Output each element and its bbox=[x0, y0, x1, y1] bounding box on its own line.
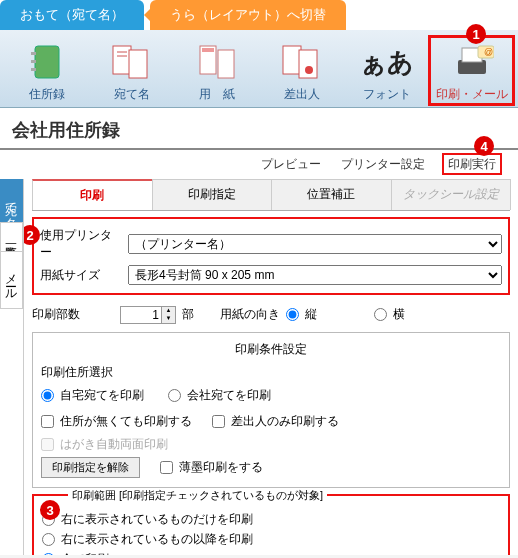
toolbar: 住所録 宛て名 用 紙 差出人 ぁあ フォント 1 @ 印刷・メール bbox=[0, 30, 518, 108]
svg-text:@: @ bbox=[484, 47, 493, 57]
duplex-check bbox=[41, 438, 54, 451]
toolbar-label: 住所録 bbox=[4, 86, 89, 103]
toolbar-label: 差出人 bbox=[259, 86, 344, 103]
addressbook-icon bbox=[4, 38, 89, 86]
papersize-label: 用紙サイズ bbox=[40, 267, 122, 284]
range-rightonly-label: 右に表示されているものだけを印刷 bbox=[61, 511, 253, 528]
toolbar-label: 用 紙 bbox=[174, 86, 259, 103]
svg-rect-9 bbox=[218, 50, 234, 78]
noaddr-label: 住所が無くても印刷する bbox=[60, 413, 192, 430]
copies-label: 印刷部数 bbox=[32, 306, 114, 323]
toolbar-paper[interactable]: 用 紙 bbox=[174, 36, 259, 105]
clear-spec-button[interactable]: 印刷指定を解除 bbox=[41, 457, 140, 478]
company-label: 会社宛てを印刷 bbox=[187, 387, 271, 404]
side-tab-list[interactable]: 一覧表 bbox=[0, 222, 23, 252]
range-all-label: 全て印刷 bbox=[61, 551, 109, 555]
home-radio[interactable] bbox=[41, 389, 54, 402]
senderonly-label: 差出人のみ印刷する bbox=[231, 413, 339, 430]
noaddr-check[interactable] bbox=[41, 415, 54, 428]
toolbar-label: 宛て名 bbox=[89, 86, 174, 103]
range-rightafter-radio[interactable] bbox=[42, 533, 55, 546]
svg-rect-11 bbox=[283, 46, 301, 74]
duplex-label: はがき自動両面印刷 bbox=[60, 436, 168, 453]
addr-sel-label: 印刷住所選択 bbox=[41, 364, 501, 381]
copies-spinner[interactable]: ▲▼ bbox=[120, 306, 176, 324]
cond-title: 印刷条件設定 bbox=[41, 341, 501, 358]
printer-select[interactable]: （プリンター名） bbox=[128, 234, 502, 254]
orient-landscape-radio[interactable] bbox=[374, 308, 387, 321]
toolbar-label: 印刷・メール bbox=[429, 86, 514, 103]
addressee-icon bbox=[89, 38, 174, 86]
svg-point-13 bbox=[305, 66, 313, 74]
orient-portrait-label: 縦 bbox=[305, 306, 317, 323]
svg-rect-3 bbox=[31, 68, 36, 71]
range-all-radio[interactable] bbox=[42, 553, 55, 555]
printer-settings-link[interactable]: プリンター設定 bbox=[341, 157, 425, 171]
toolbar-font[interactable]: ぁあ フォント bbox=[344, 36, 429, 105]
inner-tab-pos[interactable]: 位置補正 bbox=[271, 179, 392, 210]
sender-icon bbox=[259, 38, 344, 86]
spin-down-icon[interactable]: ▼ bbox=[161, 315, 175, 323]
printer-label: 使用プリンター bbox=[40, 227, 122, 261]
papersize-select[interactable]: 長形4号封筒 90 x 205 mm bbox=[128, 265, 502, 285]
toolbar-addressbook[interactable]: 住所録 bbox=[4, 36, 89, 105]
orient-label: 用紙の向き bbox=[220, 306, 280, 323]
range-rightafter-label: 右に表示されているもの以降を印刷 bbox=[61, 531, 253, 548]
inner-tab-tack[interactable]: タックシール設定 bbox=[391, 179, 512, 210]
side-tab-addressee[interactable]: 宛て名 bbox=[0, 179, 23, 223]
svg-rect-10 bbox=[202, 48, 214, 52]
svg-rect-2 bbox=[31, 60, 36, 63]
copies-input[interactable] bbox=[121, 307, 161, 323]
page-title: 会社用住所録 bbox=[0, 108, 518, 150]
print-range-group: 3 印刷範囲 [印刷指定チェックされているものが対象] 右に表示されているものだ… bbox=[32, 494, 510, 555]
svg-rect-0 bbox=[35, 46, 59, 78]
orient-portrait-radio[interactable] bbox=[286, 308, 299, 321]
toolbar-sender[interactable]: 差出人 bbox=[259, 36, 344, 105]
side-tab-mail[interactable]: メール bbox=[0, 251, 23, 309]
toolbar-addressee[interactable]: 宛て名 bbox=[89, 36, 174, 105]
badge-3: 3 bbox=[40, 500, 60, 520]
printer-icon: @ bbox=[429, 38, 514, 86]
sub-actions: 4 プレビュー プリンター設定 印刷実行 bbox=[0, 150, 518, 179]
thin-check[interactable] bbox=[160, 461, 173, 474]
home-label: 自宅宛てを印刷 bbox=[60, 387, 144, 404]
spin-up-icon[interactable]: ▲ bbox=[161, 307, 175, 315]
inner-tab-spec[interactable]: 印刷指定 bbox=[152, 179, 273, 210]
badge-2: 2 bbox=[24, 225, 40, 245]
badge-4: 4 bbox=[474, 136, 494, 156]
orient-landscape-label: 横 bbox=[393, 306, 405, 323]
senderonly-check[interactable] bbox=[212, 415, 225, 428]
toolbar-label: フォント bbox=[344, 86, 429, 103]
inner-tab-print[interactable]: 印刷 bbox=[32, 179, 153, 210]
print-condition-group: 印刷条件設定 印刷住所選択 自宅宛てを印刷 会社宛てを印刷 住所が無くても印刷す… bbox=[32, 332, 510, 488]
copies-unit: 部 bbox=[182, 306, 194, 323]
preview-link[interactable]: プレビュー bbox=[261, 157, 321, 171]
tab-front[interactable]: おもて（宛て名） bbox=[0, 0, 144, 30]
badge-1: 1 bbox=[466, 24, 486, 44]
company-radio[interactable] bbox=[168, 389, 181, 402]
svg-rect-1 bbox=[31, 52, 36, 55]
printer-settings-box: 2 使用プリンター （プリンター名） 用紙サイズ 長形4号封筒 90 x 205… bbox=[32, 217, 510, 295]
thin-label: 薄墨印刷をする bbox=[179, 459, 263, 476]
font-icon: ぁあ bbox=[344, 38, 429, 86]
toolbar-print-mail[interactable]: 1 @ 印刷・メール bbox=[429, 36, 514, 105]
range-legend: 印刷範囲 [印刷指定チェックされているものが対象] bbox=[68, 488, 327, 503]
paper-icon bbox=[174, 38, 259, 86]
svg-rect-5 bbox=[129, 50, 147, 78]
print-exec-link[interactable]: 印刷実行 bbox=[444, 155, 500, 173]
svg-rect-4 bbox=[113, 46, 131, 74]
tab-back-switch[interactable]: うら（レイアウト）へ切替 bbox=[150, 0, 346, 30]
